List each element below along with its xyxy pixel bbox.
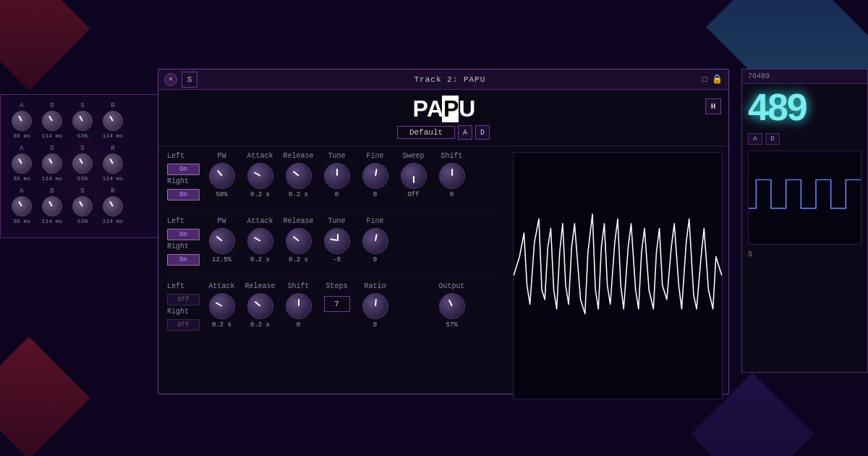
osc3-ratio-col: Ratio 0 [359, 282, 391, 329]
waveform-panel [513, 152, 723, 400]
osc1-left-toggle[interactable]: On [167, 164, 200, 175]
osc3-ratio-label: Ratio [364, 282, 386, 290]
osc3-shift-label: Shift [287, 282, 309, 290]
osc1-shift-knob[interactable] [439, 163, 465, 189]
osc3-attack-knob[interactable] [209, 293, 235, 319]
adsr-d-knob-2[interactable] [42, 153, 62, 174]
osc1-fine-label: Fine [366, 152, 383, 160]
s-button[interactable]: S [182, 72, 197, 88]
adsr-row-2: A 38 ms D 114 ms S 53% R 114 ms [8, 145, 151, 182]
osc3-left-toggle[interactable]: Off [167, 294, 200, 305]
adsr-a-knob-1[interactable] [12, 111, 32, 131]
osc2-attack-label: Attack [247, 217, 273, 225]
right-number-partial: 76489 [748, 72, 770, 80]
osc2-right-label: Right [167, 242, 200, 250]
adsr-r-knob-1[interactable] [103, 111, 123, 131]
osc2-header: Left On Right On PW 12.5% Attack 0.2 s [167, 217, 498, 266]
right-preset-buttons: A D [742, 130, 867, 148]
right-big-number: 489 [742, 84, 867, 130]
osc1-pw-knob[interactable] [209, 163, 235, 189]
right-s-label: S [742, 248, 867, 261]
adsr-row-3: A 38 ms D 114 ms S 53% R 114 ms [8, 187, 151, 224]
adsr-a-knob-3[interactable] [12, 196, 32, 216]
osc3-shift-val: 0 [297, 321, 300, 329]
osc1-lr-controls: Left On Right On [167, 152, 200, 200]
adsr-a-2: A 38 ms [8, 145, 35, 182]
osc3-release-val: 0.2 s [250, 321, 270, 329]
osc2-attack-col: Attack 0.2 s [244, 217, 276, 263]
camera-icon[interactable]: □ [702, 75, 707, 85]
adsr-r-knob-3[interactable] [103, 196, 123, 216]
osc1-attack-col: Attack 0.2 s [244, 152, 276, 198]
osc2-left-toggle[interactable]: On [167, 229, 200, 240]
osc2-tune-col: Tune -8 [320, 217, 353, 263]
osc3-steps-value[interactable]: 7 [324, 296, 350, 312]
osc3-ratio-knob[interactable] [362, 293, 388, 319]
osc1-tune-knob[interactable] [324, 163, 350, 189]
osc2-release-val: 0.2 s [289, 256, 308, 263]
osc3-output-val: 57% [446, 321, 457, 329]
osc2-right-toggle[interactable]: On [167, 254, 200, 266]
adsr-a-knob-2[interactable] [12, 153, 32, 174]
osc3-shift-knob[interactable] [286, 293, 312, 319]
window-title: Track 2: PAPU [414, 75, 485, 84]
osc1-release-knob[interactable] [286, 163, 312, 189]
adsr-d-knob-3[interactable] [42, 196, 62, 216]
right-d-button[interactable]: D [765, 133, 780, 145]
osc1-row: Left On Right On PW 50% Attack 0.2 s [167, 152, 498, 208]
preset-a-button[interactable]: A [458, 125, 472, 140]
osc2-fine-knob[interactable] [362, 228, 388, 254]
osc2-pw-knob[interactable] [207, 226, 237, 256]
adsr-d-knob-1[interactable] [42, 111, 62, 131]
osc1-right-toggle[interactable]: On [167, 189, 200, 200]
osc2-release-knob[interactable] [286, 228, 312, 254]
right-a-button[interactable]: A [748, 133, 762, 145]
adsr-s-2: S 53% [69, 145, 96, 182]
osc1-fine-val: 0 [373, 191, 377, 198]
osc3-release-knob[interactable] [247, 293, 273, 319]
osc1-header: Left On Right On PW 50% Attack 0.2 s [167, 152, 498, 200]
close-button[interactable]: × [164, 73, 177, 86]
adsr-r-knob-2[interactable] [103, 153, 123, 174]
osc2-lr-controls: Left On Right On [167, 217, 200, 266]
osc3-right-toggle[interactable]: Off [167, 319, 200, 331]
osc2-attack-val: 0.2 s [250, 256, 270, 263]
adsr-r-1: R 114 ms [99, 102, 127, 139]
osc2-release-label: Release [283, 217, 313, 225]
osc3-row: Left Off Right Off Attack 0.2 s Release … [167, 282, 498, 338]
adsr-s-knob-2[interactable] [72, 153, 93, 174]
osc1-shift-col: Shift 0 [435, 152, 468, 198]
plugin-header: PAPU Default A D H [158, 90, 728, 146]
osc3-release-label: Release [244, 282, 275, 290]
adsr-d-2: D 114 ms [38, 145, 66, 182]
osc1-shift-val: 0 [450, 191, 454, 198]
osc2-tune-knob[interactable] [324, 228, 350, 254]
adsr-a-3: A 38 ms [8, 187, 35, 224]
osc1-fine-knob[interactable] [362, 163, 388, 189]
osc1-attack-knob[interactable] [247, 163, 273, 189]
adsr-s-knob-1[interactable] [72, 111, 93, 131]
adsr-row-1: A 38 ms D 114 ms S 53% R 114 ms [8, 102, 151, 139]
adsr-s-knob-3[interactable] [72, 196, 93, 216]
osc2-tune-val: -8 [333, 256, 341, 263]
osc1-sweep-label: Sweep [402, 152, 424, 160]
lock-icon[interactable]: 🔒 [712, 74, 723, 85]
osc1-sweep-knob[interactable] [401, 163, 427, 189]
h-button[interactable]: H [705, 98, 721, 114]
bg-decoration-bl [0, 337, 90, 456]
osc3-output-label: Output [438, 282, 464, 290]
adsr-a-1: A 38 ms [8, 102, 35, 139]
preset-name[interactable]: Default [397, 126, 455, 139]
osc1-shift-label: Shift [441, 152, 462, 160]
bg-decoration-tl [0, 0, 90, 90]
title-bar: × S Track 2: PAPU □ 🔒 [158, 69, 728, 90]
osc2-row: Left On Right On PW 12.5% Attack 0.2 s [167, 217, 498, 274]
osc3-output-knob[interactable] [439, 293, 465, 319]
osc3-ratio-val: 0 [373, 321, 377, 329]
osc1-right-label: Right [167, 177, 200, 185]
osc2-tune-label: Tune [328, 217, 345, 225]
preset-d-button[interactable]: D [475, 125, 490, 140]
osc2-attack-knob[interactable] [247, 228, 273, 254]
osc1-release-label: Release [283, 152, 313, 160]
osc2-pw-val: 12.5% [212, 256, 231, 263]
